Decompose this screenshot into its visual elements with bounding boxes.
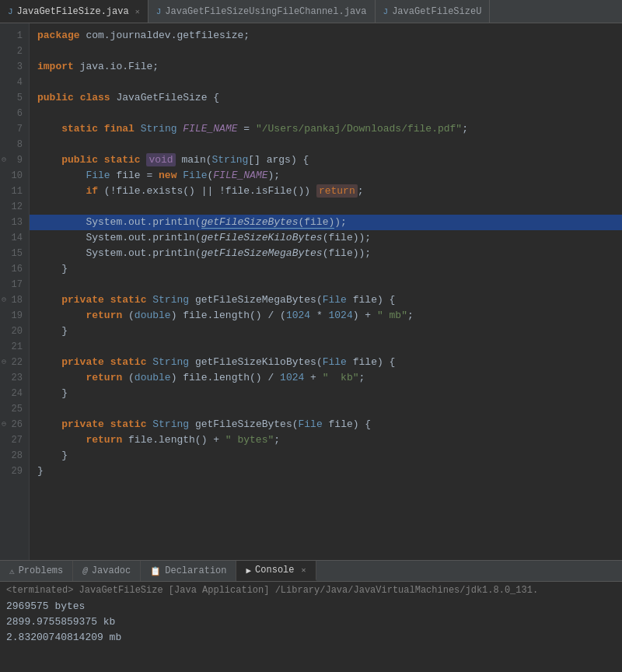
fold-icon-22[interactable]: ⊖ — [2, 355, 6, 370]
line-num-21: 21 — [0, 339, 29, 355]
code-line-28: } — [30, 448, 622, 464]
code-line-22: private static String getFileSizeKiloByt… — [30, 355, 622, 370]
tab-java-getfilesize[interactable]: J JavaGetFileSize.java ✕ — [0, 0, 149, 23]
line-num-26: ⊖26 — [0, 417, 29, 432]
line-num-8: 8 — [0, 137, 29, 152]
tab-javadoc-label: Javadoc — [92, 565, 131, 576]
tab-label-1: JavaGetFileSize.java — [17, 6, 129, 17]
code-line-23: return (double) file.length() / 1024 + "… — [30, 370, 622, 386]
code-line-17 — [30, 277, 622, 292]
tab-close-1[interactable]: ✕ — [135, 7, 140, 16]
tab-console[interactable]: ▶ Console ✕ — [236, 561, 316, 581]
fold-icon-26[interactable]: ⊖ — [2, 417, 6, 432]
code-line-14: System.out.println(getFileSizeKiloBytes(… — [30, 230, 622, 246]
line-num-6: 6 — [0, 106, 29, 121]
line-num-10: 10 — [0, 168, 29, 184]
code-line-4 — [30, 75, 622, 90]
line-num-28: 28 — [0, 448, 29, 464]
code-line-10: File file = new File(FILE_NAME); — [30, 168, 622, 184]
code-line-1: package com.journaldev.getfilesize; — [30, 28, 622, 44]
java-file-icon-2: J — [156, 7, 162, 16]
console-line-2: 2899.9755859375 kb — [6, 614, 616, 630]
code-line-3: import java.io.File; — [30, 59, 622, 75]
tab-problems[interactable]: ⚠ Problems — [0, 561, 73, 581]
console-close-btn[interactable]: ✕ — [302, 565, 306, 575]
code-line-18: private static String getFileSizeMegaByt… — [30, 292, 622, 308]
fold-icon-9[interactable]: ⊖ — [2, 152, 6, 168]
line-num-17: 17 — [0, 277, 29, 292]
code-line-25 — [30, 401, 622, 417]
tab-console-label: Console — [255, 565, 294, 576]
java-file-icon: J — [8, 7, 13, 16]
line-num-20: 20 — [0, 324, 29, 339]
line-num-18: ⊖18 — [0, 292, 29, 308]
code-line-16: } — [30, 261, 622, 277]
code-line-12 — [30, 199, 622, 215]
code-line-20: } — [30, 324, 622, 339]
line-num-27: 27 — [0, 432, 29, 448]
line-num-23: 23 — [0, 370, 29, 386]
problems-icon: ⚠ — [9, 566, 15, 576]
declaration-icon: 📋 — [150, 566, 161, 576]
code-line-15: System.out.println(getFileSizeMegaBytes(… — [30, 246, 622, 261]
line-num-2: 2 — [0, 44, 29, 59]
code-line-26: private static String getFileSizeBytes(F… — [30, 417, 622, 432]
console-output: 2969575 bytes 2899.9755859375 kb 2.83200… — [6, 599, 616, 646]
tab-declaration[interactable]: 📋 Declaration — [141, 561, 236, 581]
code-line-7: static final String FILE_NAME = "/Users/… — [30, 121, 622, 137]
line-num-19: 19 — [0, 308, 29, 324]
line-num-14: 14 — [0, 230, 29, 246]
tab-java-getfilesize-u[interactable]: J JavaGetFileSizeU — [376, 0, 491, 23]
code-line-24: } — [30, 386, 622, 401]
line-num-25: 25 — [0, 401, 29, 417]
line-num-3: 3 — [0, 59, 29, 75]
line-num-7: 7 — [0, 121, 29, 137]
tab-bar: J JavaGetFileSize.java ✕ J JavaGetFileSi… — [0, 0, 622, 23]
console-icon: ▶ — [246, 565, 251, 576]
line-num-12: 12 — [0, 199, 29, 215]
line-num-1: 1 — [0, 28, 29, 44]
code-editor: 1 2 3 4 5 6 7 8 ⊖9 10 11 12 13 14 15 16 … — [0, 23, 622, 560]
code-line-11: if (!file.exists() || !file.isFile()) re… — [30, 184, 622, 199]
tab-java-filechannel[interactable]: J JavaGetFileSizeUsingFileChannel.java — [149, 0, 376, 23]
code-line-8 — [30, 137, 622, 152]
code-line-13: System.out.println(getFileSizeBytes(file… — [30, 215, 622, 230]
line-num-5: 5 — [0, 90, 29, 106]
line-num-15: 15 — [0, 246, 29, 261]
line-num-9: ⊖9 — [0, 152, 29, 168]
code-line-9: public static void main(String[] args) { — [30, 152, 622, 168]
line-num-11: 11 — [0, 184, 29, 199]
code-line-29: } — [30, 464, 622, 479]
line-num-13: 13 — [0, 215, 29, 230]
code-line-6 — [30, 106, 622, 121]
code-line-5: public class JavaGetFileSize { — [30, 90, 622, 106]
line-num-4: 4 — [0, 75, 29, 90]
console-panel: <terminated> JavaGetFileSize [Java Appli… — [0, 582, 622, 672]
console-header: <terminated> JavaGetFileSize [Java Appli… — [6, 585, 616, 596]
code-line-21 — [30, 339, 622, 355]
tab-declaration-label: Declaration — [165, 565, 226, 576]
console-line-3: 2.83200740814209 mb — [6, 630, 616, 646]
code-line-2 — [30, 44, 622, 59]
tab-label-2: JavaGetFileSizeUsingFileChannel.java — [165, 6, 366, 17]
line-num-22: ⊖22 — [0, 355, 29, 370]
tab-javadoc[interactable]: @ Javadoc — [73, 561, 141, 581]
javadoc-icon: @ — [82, 566, 88, 576]
console-line-1: 2969575 bytes — [6, 599, 616, 614]
tab-label-3: JavaGetFileSizeU — [392, 6, 481, 17]
bottom-tab-bar: ⚠ Problems @ Javadoc 📋 Declaration ▶ Con… — [0, 560, 622, 582]
line-numbers: 1 2 3 4 5 6 7 8 ⊖9 10 11 12 13 14 15 16 … — [0, 23, 30, 560]
code-content[interactable]: package com.journaldev.getfilesize; impo… — [30, 23, 622, 560]
line-num-24: 24 — [0, 386, 29, 401]
line-num-16: 16 — [0, 261, 29, 277]
line-num-29: 29 — [0, 464, 29, 479]
java-file-icon-3: J — [383, 7, 389, 16]
tab-problems-label: Problems — [19, 565, 64, 576]
fold-icon-18[interactable]: ⊖ — [2, 292, 6, 308]
code-line-19: return (double) file.length() / (1024 * … — [30, 308, 622, 324]
code-line-27: return file.length() + " bytes"; — [30, 432, 622, 448]
